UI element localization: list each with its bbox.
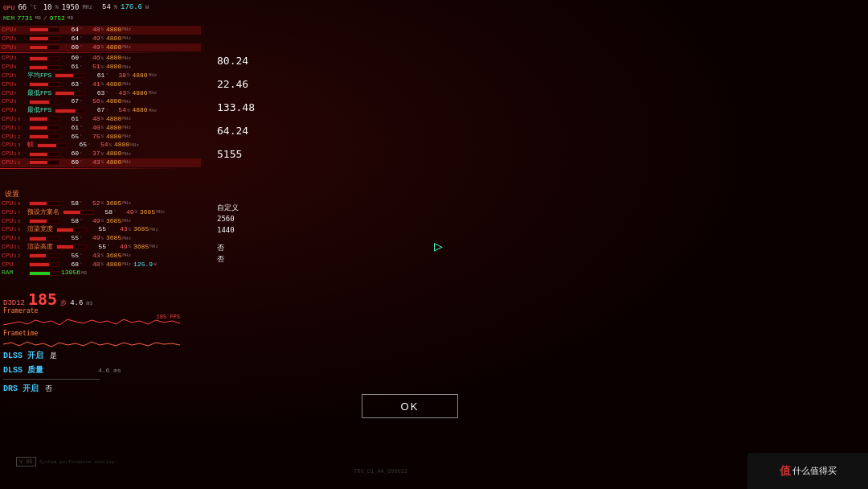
cpu-usage-val: 54 [102,3,111,11]
cpu-row-22: CPU₂₂ 55° 43% 3685MHz [0,252,201,261]
gpu-clock-val: 1950 [62,3,80,11]
setting-val-3: 1440 [217,225,239,236]
cpu-row-0: CPU₀ 64° 48% 4880MHz [0,26,201,35]
cpu-power-readout: 125.9 [133,261,153,269]
setting-val-1: 自定义 [217,203,239,214]
framerate-graph: 185 FPS [3,314,180,327]
readout-5: 5155 [217,148,255,160]
setting-val-2: 2560 [217,214,239,225]
cpu-row-7: CPU₇ 最低FPS 63° 43% 4880MHz [0,89,201,98]
cpu-row-13: CPU₁₃ 帧 65° 54% 4880MHz [0,141,201,150]
cpu-row-11: CPU₁₁ 61° 40% 4880MHz [0,124,201,133]
setting-val-no1: 否 [217,243,239,254]
version-info: V 05 System performance overlay [16,457,114,466]
cpu-row-19: CPU₁₉ 渲染宽度 55° 43% 3685MHz [0,225,201,234]
ok-button[interactable]: OK [362,394,458,418]
setting-val-no2: 否 [217,254,239,265]
fps-large: 185 [28,290,57,309]
cpu-row-1: CPU₁ 64° 49% 4880MHz [0,35,201,43]
ram-used: 13956 [61,269,80,277]
cpu-rows2-container: CPU₁₆ 58° 52% 3685MHz CPU₁₇ 预设方案名 58° 49… [0,199,201,277]
top-status-row: GPU 66 °C 10 % 1950 MHz 54 % 176.6 W [0,3,149,11]
cpu-rows-container: CPU₀ 64° 48% 4880MHz CPU₁ 64° 49% 4880MH… [0,26,201,170]
gpu-temp-val: 66 [18,3,27,11]
ram-row: RAM 13956 MB [0,269,201,277]
sep-line-1 [0,52,177,53]
gpu-temp-label: GPU [3,4,14,11]
fps-ms-unit: ms [86,300,92,306]
d3d12-section: D3D12 185 步 4.6 ms [0,290,93,309]
readout-2: 22.46 [217,78,255,90]
cpu-aggregate-row: CPU 68° 48% 4880MHz 125.9 W [0,261,201,269]
mem-label: MEM [3,14,14,22]
fps-ms-val: 4.6 [70,299,83,307]
settings-values: 自定义 2560 1440 否 否 [217,203,239,265]
drs-label: DRS 开启 [3,383,39,394]
logo-text: 什么值得买 [792,465,837,477]
dlss-sep [3,379,100,380]
cpu-row-15: CPU₁₅ 60° 43% 4880MHz [0,158,201,167]
cpu-row-21: CPU₂₁ 渲染高度 55° 49% 3685MHz [0,243,201,252]
drs-row: DRS 开启 否 [3,383,121,394]
watermark-text: System performance overlay [39,459,115,465]
d3d12-label: D3D12 [3,299,25,307]
cursor-icon: ▷ [434,237,443,255]
cpu-row-17: CPU₁₇ 预设方案名 58° 49% 3685MHz [0,208,201,217]
cpu-power-val: 176.6 [121,3,142,11]
cpu-row-4: CPU₄ 61° 51% 4880MHz [0,63,201,72]
version-badge: V 05 [16,457,36,466]
readout-1: 80.24 [217,55,255,67]
dlss-section: DLSS 开启 是 DLSS 质量 4.6 ms DRS 开启 否 [3,350,121,394]
bottom-bar-info: TRX_D1_AA_000022 [354,468,407,475]
dlss-quality-row: DLSS 质量 4.6 ms [3,364,121,376]
cpu-row-18: CPU₁₈ 58° 49% 3685MHz [0,217,201,226]
cpu-row-3: CPU₃ 60° 46% 4880MHz [0,54,201,63]
cpu-usage-unit: % [114,4,117,10]
cpu-row-16: CPU₁₆ 58° 52% 3685MHz [0,199,201,208]
cpu-row-6: CPU₆ 63° 41% 4880MHz [0,80,201,89]
logo-icon: 值 [780,464,791,479]
ok-button-container[interactable]: OK [362,394,458,418]
bottom-right-logo: 值 什么值得买 [747,453,868,489]
drs-val: 否 [45,384,52,394]
dlss-on-row: DLSS 开启 是 [3,350,121,361]
dlss-on-val: 是 [50,351,57,361]
cpu-row-10: CPU₁₀ 61° 48% 4880MHz [0,115,201,124]
settings-title: 设置 [5,189,19,199]
cpu-row-20: CPU₂₀ 55° 49% 3685MHz [0,234,201,243]
fps-steps-label: 步 [60,298,67,307]
readout-3: 133.48 [217,101,255,113]
readout-4: 64.24 [217,125,255,137]
mem-row: MEM 7731 MB / 9752 MB [0,14,73,22]
gpu-temp-unit: °C [30,4,36,10]
cpu-power-unit: W [145,4,149,10]
dlss-quality-label: DLSS 质量 [3,364,43,376]
sep-line-2 [0,168,177,169]
dlss-on-label: DLSS 开启 [3,350,43,361]
cpu-row-9: CPU₉ 最低FPS 67° 54% 4880MHz [0,106,201,115]
gpu-usage-unit: % [55,4,59,10]
frametime-graph [3,336,180,349]
cpu-row-5: CPU₅ 平均FPS 61° 38% 4880MHz [0,72,201,80]
cpu-row-2: CPU₂ 60° 49% 4880MHz [0,43,201,52]
center-readouts: 80.24 22.46 133.48 64.24 5155 [217,55,255,171]
gpu-usage-val: 10 [43,3,52,11]
cpu-row-14: CPU₁₄ 60° 37% 4880MHz [0,150,201,158]
mem-total-val: 9752 [50,14,65,22]
mem-used-val: 7731 [17,14,32,22]
cpu-row-8: CPU₈ 67° 56% 4880MHz [0,97,201,106]
gpu-clock-unit: MHz [82,4,92,10]
dlss-quality-ms: 4.6 ms [98,367,121,374]
cpu-row-12: CPU₁₂ 65° 75% 4880MHz [0,133,201,142]
